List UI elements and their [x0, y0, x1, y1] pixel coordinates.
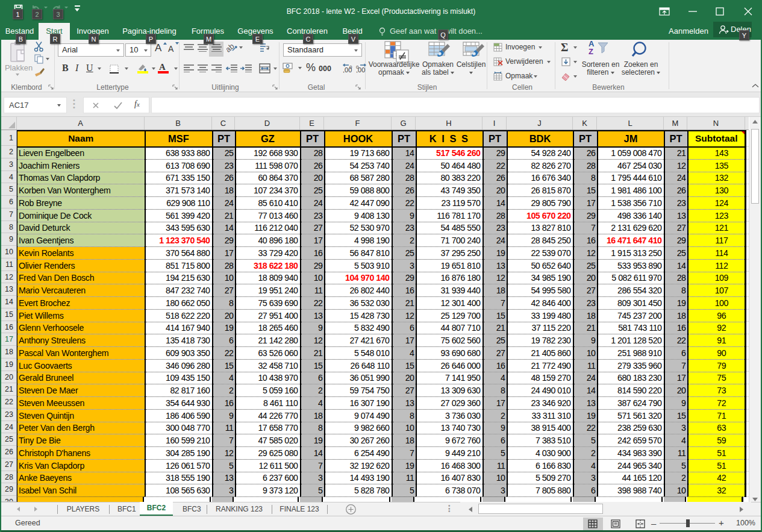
svg-text:0: 0 [356, 64, 359, 70]
svg-text:0: 0 [349, 64, 352, 70]
